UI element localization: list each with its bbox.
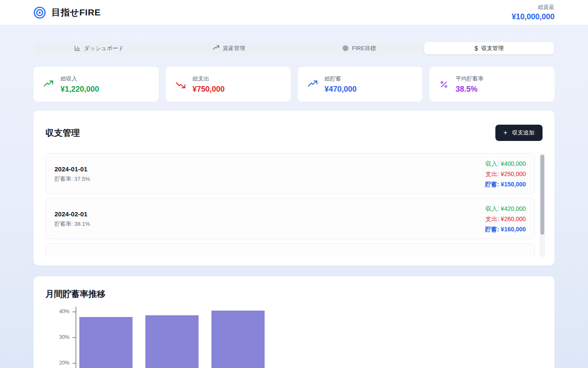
chart-bar: [145, 315, 199, 368]
ledger-header: 収支管理 + 収支追加: [45, 123, 543, 143]
entry-savings: 貯蓄: ¥150,000: [485, 179, 526, 189]
stat-card-total-expense: 総支出 ¥750,000: [166, 67, 291, 102]
trending-down-icon: [176, 80, 185, 89]
entry-amounts: 収入: ¥420,000 支出: ¥260,000 貯蓄: ¥160,000: [485, 203, 526, 234]
stat-card-average-savings-rate: 平均貯蓄率 38.5%: [429, 67, 555, 102]
entry-savings-rate: 貯蓄率: 37.5%: [54, 176, 90, 183]
target-icon: [342, 45, 349, 51]
app-header: 目指せFIRE 総資産 ¥10,000,000: [0, 0, 588, 25]
entry-income: 収入: ¥400,000: [485, 159, 526, 169]
scrollbar-track[interactable]: [540, 153, 545, 257]
stat-value: ¥750,000: [193, 85, 225, 94]
y-axis-tick-mark: [72, 337, 75, 338]
entry-amounts: 収入: ¥400,000 支出: ¥250,000 貯蓄: ¥150,000: [485, 159, 526, 189]
chart-bar: [211, 311, 265, 368]
total-assets: 総資産 ¥10,000,000: [512, 3, 555, 21]
trending-up-icon: [308, 80, 317, 89]
stat-label: 平均貯蓄率: [455, 75, 483, 83]
chart-card: 月間貯蓄率推移 40%30%20%: [33, 276, 555, 368]
brand: 目指せFIRE: [33, 6, 101, 19]
y-axis-line: [75, 307, 76, 368]
stat-label: 総支出: [193, 75, 225, 83]
add-entry-button-label: 収支追加: [512, 129, 534, 137]
ledger-card: 収支管理 + 収支追加 2024-01-01 貯蓄率: 37.5% 収入: ¥4…: [33, 111, 555, 266]
entry-list-wrap: 2024-01-01 貯蓄率: 37.5% 収入: ¥400,000 支出: ¥…: [45, 153, 543, 257]
bar-chart-icon: [74, 45, 81, 51]
tab-label: FIRE目標: [352, 45, 376, 52]
entry-expense: 支出: ¥250,000: [485, 169, 526, 179]
y-axis-tick-mark: [72, 311, 75, 312]
tab-label: 収支管理: [481, 45, 504, 52]
trending-up-icon: [44, 80, 53, 89]
tab-label: ダッシュボード: [84, 45, 124, 52]
tab-label: 資産管理: [223, 45, 245, 52]
stat-value: ¥1,220,000: [60, 85, 99, 94]
entry-savings: 貯蓄: ¥160,000: [485, 224, 526, 234]
savings-rate-bar-chart: 40%30%20%: [45, 305, 543, 368]
entry-income: 収入: ¥420,000: [485, 203, 526, 214]
tab-dashboard[interactable]: ダッシュボード: [34, 42, 164, 54]
y-axis-tick-label: 20%: [48, 360, 69, 366]
entry-left: 2024-02-01 貯蓄率: 38.1%: [54, 210, 90, 227]
target-logo-icon: [33, 6, 46, 19]
entry-savings-rate: 貯蓄率: 38.1%: [54, 221, 90, 227]
percent-icon: [440, 80, 448, 89]
y-axis-tick-label: 30%: [48, 334, 69, 340]
total-assets-value: ¥10,000,000: [512, 12, 555, 21]
stat-card-total-income: 総収入 ¥1,220,000: [33, 67, 159, 102]
ledger-entry: 2024-02-01 貯蓄率: 38.1% 収入: ¥420,000 支出: ¥…: [45, 198, 535, 239]
chart-title: 月間貯蓄率推移: [45, 288, 543, 300]
y-axis-tick-label: 40%: [48, 308, 69, 314]
entry-expense: 支出: ¥260,000: [485, 214, 526, 224]
main-content: ダッシュボード 資産管理 FIRE目標 $ 収支管理 総収入 ¥1,: [0, 25, 588, 368]
ledger-entry: 2024-01-01 貯蓄率: 37.5% 収入: ¥400,000 支出: ¥…: [45, 153, 535, 194]
tab-assets[interactable]: 資産管理: [164, 42, 294, 54]
ledger-entry: 収入: ¥400,000: [45, 243, 535, 257]
scrollbar-thumb[interactable]: [540, 155, 544, 235]
ledger-title: 収支管理: [45, 127, 80, 139]
stat-label: 総収入: [60, 75, 99, 83]
chart-bar: [79, 317, 133, 368]
stat-value: ¥470,000: [325, 85, 357, 94]
stat-label: 総貯蓄: [325, 75, 357, 83]
tab-income-expense[interactable]: $ 収支管理: [424, 42, 554, 54]
y-axis-tick-mark: [72, 363, 75, 364]
app-title: 目指せFIRE: [51, 6, 101, 18]
tab-bar: ダッシュボード 資産管理 FIRE目標 $ 収支管理: [33, 42, 555, 55]
add-entry-button[interactable]: + 収支追加: [495, 125, 543, 141]
entry-left: 2024-01-01 貯蓄率: 37.5%: [54, 165, 90, 183]
trending-up-icon: [213, 45, 219, 51]
stats-row: 総収入 ¥1,220,000 総支出 ¥750,000 総貯蓄 ¥470,000: [33, 67, 555, 102]
entry-list[interactable]: 2024-01-01 貯蓄率: 37.5% 収入: ¥400,000 支出: ¥…: [45, 153, 543, 257]
total-assets-label: 総資産: [512, 3, 555, 11]
entry-date: 2024-02-01: [54, 210, 90, 218]
stat-card-total-savings: 総貯蓄 ¥470,000: [298, 67, 423, 102]
entry-date: 2024-01-01: [54, 165, 90, 173]
tab-fire-goal[interactable]: FIRE目標: [294, 42, 424, 54]
dollar-icon: $: [474, 45, 478, 52]
plus-icon: +: [504, 129, 507, 136]
stat-value: 38.5%: [455, 85, 483, 94]
